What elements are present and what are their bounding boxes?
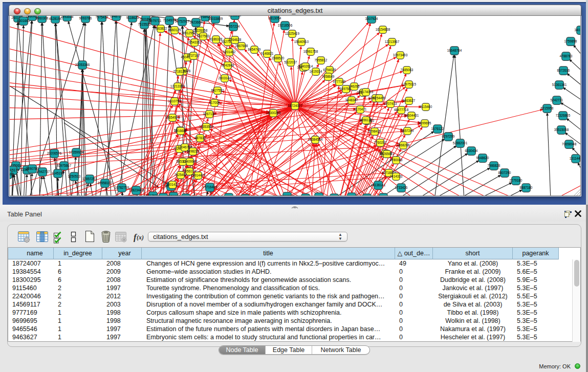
svg-text:14136141: 14136141 <box>371 183 386 187</box>
svg-text:8186328: 8186328 <box>210 37 223 41</box>
svg-text:1250513: 1250513 <box>68 174 81 178</box>
svg-text:1948757: 1948757 <box>110 16 123 18</box>
svg-text:12975115: 12975115 <box>402 82 416 86</box>
svg-text:2890786: 2890786 <box>26 167 39 170</box>
svg-text:6794028: 6794028 <box>323 68 336 72</box>
svg-text:0268599: 0268599 <box>10 172 14 176</box>
svg-text:1916682: 1916682 <box>175 129 187 133</box>
svg-text:18724007: 18724007 <box>288 104 302 107</box>
svg-text:9327503: 9327503 <box>197 34 210 38</box>
svg-text:5242731: 5242731 <box>551 98 563 102</box>
svg-text:9146821: 9146821 <box>261 52 274 55</box>
svg-text:8813054: 8813054 <box>269 16 281 20</box>
svg-text:15640910: 15640910 <box>294 40 309 43</box>
svg-text:5298415: 5298415 <box>368 129 381 133</box>
svg-text:19218506: 19218506 <box>278 24 293 27</box>
svg-text:12823446: 12823446 <box>129 188 144 192</box>
svg-text:9242848: 9242848 <box>222 63 234 67</box>
svg-text:3401878: 3401878 <box>575 28 581 32</box>
svg-text:0556130: 0556130 <box>360 118 373 122</box>
svg-text:7104974: 7104974 <box>163 18 176 22</box>
svg-text:4170471: 4170471 <box>354 107 367 111</box>
svg-text:2867608: 2867608 <box>235 44 248 48</box>
svg-text:2279180: 2279180 <box>510 179 522 182</box>
svg-text:12213967: 12213967 <box>385 40 400 43</box>
svg-text:7117777: 7117777 <box>223 195 235 196</box>
svg-text:16033809: 16033809 <box>208 17 223 20</box>
svg-text:8807290: 8807290 <box>498 171 511 174</box>
svg-text:3852808: 3852808 <box>281 194 294 196</box>
svg-text:5979711: 5979711 <box>149 19 162 23</box>
svg-text:7215901: 7215901 <box>157 195 170 196</box>
svg-text:4264628: 4264628 <box>229 38 242 41</box>
svg-text:7551313: 7551313 <box>345 195 358 196</box>
svg-text:3267130: 3267130 <box>203 112 216 116</box>
svg-text:9463627: 9463627 <box>403 99 416 102</box>
svg-text:18226058: 18226058 <box>193 29 208 32</box>
svg-text:0297299: 0297299 <box>442 135 455 138</box>
svg-text:19914479: 19914479 <box>191 173 206 177</box>
svg-text:7986828: 7986828 <box>488 164 500 167</box>
svg-text:9093786: 9093786 <box>79 16 92 20</box>
svg-text:1733426: 1733426 <box>395 186 408 189</box>
svg-text:15716485: 15716485 <box>203 185 217 189</box>
svg-text:0201462: 0201462 <box>223 50 236 54</box>
svg-text:17857253: 17857253 <box>82 177 97 181</box>
svg-text:90604431: 90604431 <box>404 114 419 117</box>
svg-text:7515526: 7515526 <box>138 23 151 26</box>
svg-text:7975432: 7975432 <box>96 16 108 19</box>
svg-text:7625402: 7625402 <box>175 173 187 177</box>
svg-text:10973493: 10973493 <box>393 53 408 57</box>
svg-text:7414333: 7414333 <box>390 174 403 178</box>
svg-text:3933633: 3933633 <box>313 195 325 196</box>
svg-text:19654923: 19654923 <box>165 116 180 119</box>
svg-text:66176031: 66176031 <box>146 194 161 196</box>
svg-text:70658948: 70658948 <box>562 142 577 146</box>
svg-text:9115460: 9115460 <box>420 105 432 108</box>
svg-text:4628194: 4628194 <box>49 17 62 20</box>
svg-text:1759898: 1759898 <box>564 39 577 43</box>
svg-text:1993518: 1993518 <box>61 16 74 18</box>
svg-text:8737167: 8737167 <box>187 54 200 57</box>
svg-text:8427552: 8427552 <box>211 89 224 92</box>
svg-text:417004: 417004 <box>209 101 220 104</box>
svg-text:1610755: 1610755 <box>168 99 181 103</box>
svg-text:7058649: 7058649 <box>322 75 335 78</box>
svg-text:6563212: 6563212 <box>229 16 242 17</box>
svg-text:12942737: 12942737 <box>35 170 50 173</box>
svg-text:9960308: 9960308 <box>36 16 49 20</box>
svg-text:9118625: 9118625 <box>126 16 139 19</box>
svg-text:64265651: 64265651 <box>380 152 395 156</box>
svg-text:887833: 887833 <box>194 136 206 140</box>
svg-text:7955812: 7955812 <box>315 58 328 62</box>
svg-text:2718126: 2718126 <box>173 70 186 73</box>
svg-text:9254499: 9254499 <box>373 96 386 100</box>
svg-text:20206576: 20206576 <box>47 151 62 155</box>
svg-text:4788783: 4788783 <box>560 54 573 58</box>
svg-text:3448347: 3448347 <box>345 98 358 102</box>
svg-text:6330434: 6330434 <box>465 149 478 152</box>
svg-text:1145194: 1145194 <box>52 171 64 175</box>
svg-text:52882001: 52882001 <box>453 141 468 145</box>
svg-text:1588520: 1588520 <box>272 56 285 60</box>
svg-text:3423667: 3423667 <box>190 20 203 24</box>
svg-text:(x): (x) <box>137 234 144 241</box>
svg-text:72326865: 72326865 <box>556 114 571 117</box>
svg-text:8660125: 8660125 <box>168 28 181 32</box>
svg-text:10958107: 10958107 <box>98 181 113 185</box>
svg-text:9657249: 9657249 <box>401 129 414 133</box>
svg-text:50752917: 50752917 <box>175 19 190 23</box>
svg-text:7760207: 7760207 <box>374 141 387 144</box>
svg-text:16648784: 16648784 <box>447 49 462 52</box>
svg-text:2803144: 2803144 <box>219 76 231 80</box>
svg-text:7663822: 7663822 <box>155 27 167 30</box>
svg-text:1163726: 1163726 <box>377 195 390 196</box>
svg-text:1419314: 1419314 <box>310 70 322 73</box>
svg-text:5322037: 5322037 <box>285 60 297 64</box>
svg-text:3801412: 3801412 <box>166 183 179 186</box>
svg-text:7485063: 7485063 <box>401 68 413 72</box>
svg-text:12409948: 12409948 <box>183 160 198 163</box>
svg-text:8887180: 8887180 <box>520 186 533 189</box>
svg-text:8454749: 8454749 <box>248 48 261 51</box>
svg-text:16961758: 16961758 <box>303 50 318 53</box>
